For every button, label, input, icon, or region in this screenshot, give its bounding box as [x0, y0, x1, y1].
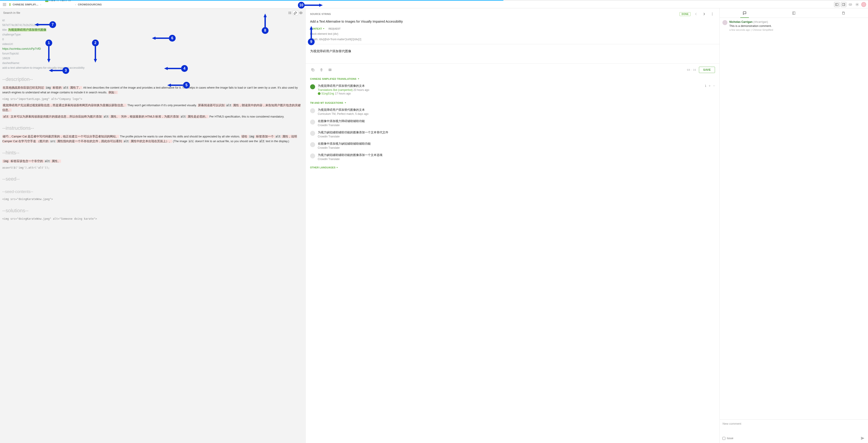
suggestion-entry[interactable]: 为视力缺陷辅助辅助功能的图像添加一个文本替代文件Crowdin Translat…	[310, 129, 715, 140]
svg-rect-2	[849, 4, 852, 5]
keyboard-icon[interactable]	[848, 2, 853, 7]
source-string-label: SOURCE STRING	[310, 13, 331, 15]
toggle-mode-icon[interactable]	[327, 67, 333, 72]
request-link[interactable]: REQUEST	[329, 27, 340, 30]
svg-rect-1	[842, 3, 845, 5]
selected-string[interactable]: 为视觉障碍用户添加替代图像	[8, 28, 46, 31]
svg-rect-16	[312, 69, 314, 71]
source-string-text: Add a Text Alternative to Images for Vis…	[310, 20, 715, 23]
suggestion-engine-icon	[310, 154, 315, 158]
svg-rect-7	[850, 5, 851, 5]
svg-point-12	[301, 12, 301, 13]
breadcrumb-mode[interactable]: CROWDSOURCING	[78, 3, 102, 6]
section-solutions: --solutions--	[2, 207, 303, 215]
tab-comments[interactable]	[740, 10, 749, 18]
svg-point-14	[712, 14, 712, 14]
translation-entry[interactable]: 为视觉障碍用户添加替代图像的文本 Translations Bot (campe…	[310, 82, 715, 97]
save-button[interactable]: SAVE	[699, 67, 715, 73]
svg-point-15	[712, 15, 712, 15]
tm-mt-header[interactable]: TM AND MT SUGGESTIONS	[310, 101, 715, 104]
right-pane: Nicholas Carrigan (nhcarrigan) This is a…	[719, 8, 868, 443]
left-pane: id:587d774c367417b2b2512a9c title: 为视觉障碍…	[0, 8, 306, 443]
list-icon[interactable]	[287, 10, 293, 15]
file-content: id:587d774c367417b2b2512a9c title: 为视觉障碍…	[0, 17, 305, 230]
char-count: 68 · 16	[687, 68, 696, 71]
comment-avatar	[722, 20, 727, 25]
svg-point-4	[850, 4, 850, 4]
translation-input[interactable]: 为视觉障碍用户添加替代图像	[310, 48, 715, 60]
section-seed: --seed--	[2, 175, 303, 183]
section-description: --description--	[2, 75, 303, 84]
more-icon[interactable]	[710, 11, 715, 17]
layout-right-icon[interactable]	[841, 2, 846, 7]
vote-up-icon[interactable]: +	[709, 84, 711, 88]
eye-icon[interactable]	[298, 10, 304, 15]
suggestion-engine-icon	[310, 108, 315, 113]
suggestion-engine-icon	[310, 142, 315, 147]
topbar: CHINESE SIMPLIFI… › ADD-A-TEXT-… › CROWD…	[0, 1, 868, 8]
middle-pane: SOURCE STRING DONE Add a Text Alternativ…	[306, 8, 720, 443]
section-hints: --hints--	[2, 149, 303, 157]
new-comment-box[interactable]: New comment Issue	[720, 419, 868, 443]
section-instructions: --instructions--	[2, 124, 303, 132]
section-seed-contents: --seed-contents--	[2, 188, 303, 195]
translations-header[interactable]: CHINESE SIMPLIFIED TRANSLATIONS	[310, 77, 715, 80]
svg-rect-18	[330, 69, 331, 71]
copy-source-icon[interactable]	[310, 67, 315, 72]
svg-point-3	[849, 4, 850, 4]
vote-down-icon[interactable]: −	[713, 84, 715, 88]
svg-rect-17	[329, 69, 330, 71]
svg-rect-19	[793, 12, 795, 14]
send-icon[interactable]	[860, 436, 865, 441]
hamburger-icon[interactable]	[2, 2, 7, 7]
tab-files[interactable]	[839, 10, 848, 18]
status-badge: DONE	[680, 12, 690, 16]
svg-point-8	[857, 4, 858, 5]
suggestion-entry[interactable]: 为视力缺陷辅助辅助功能的图像添加一个文本选项Crowdin Translate	[310, 151, 715, 162]
context-toggle[interactable]: CONTEXT	[310, 27, 324, 30]
suggestion-entry[interactable]: 在图像中添加视力障碍辅助辅助功能Crowdin Translate	[310, 117, 715, 129]
next-string-icon[interactable]	[702, 11, 707, 17]
svg-rect-20	[842, 12, 844, 14]
tab-terms[interactable]	[789, 10, 798, 18]
clear-icon[interactable]	[319, 67, 324, 72]
layout-left-icon[interactable]	[834, 2, 839, 7]
gear-icon[interactable]	[855, 2, 860, 7]
suggestion-entry[interactable]: 在图像中添加视力缺陷辅助辅助辅助功能Crowdin Translate	[310, 140, 715, 151]
search-input[interactable]	[2, 10, 287, 16]
comment-entry: Nicholas Carrigan (nhcarrigan) This is a…	[722, 20, 865, 31]
suggestion-engine-icon	[310, 131, 315, 136]
translator-avatar	[310, 84, 315, 89]
breadcrumb-language[interactable]: CHINESE SIMPLIFI…	[9, 3, 39, 6]
svg-point-13	[712, 13, 712, 13]
svg-rect-0	[835, 3, 838, 5]
other-languages-header[interactable]: OTHER LANGUAGES	[310, 166, 715, 169]
pencil-icon[interactable]	[293, 10, 298, 15]
avatar[interactable]	[861, 2, 866, 7]
issue-checkbox[interactable]: Issue	[722, 437, 733, 440]
suggestion-entry[interactable]: 为视觉障碍用户添加替代图像的文本Curriculum TM, Perfect m…	[310, 106, 715, 117]
prev-string-icon[interactable]	[693, 11, 699, 17]
suggestion-engine-icon	[310, 120, 315, 125]
